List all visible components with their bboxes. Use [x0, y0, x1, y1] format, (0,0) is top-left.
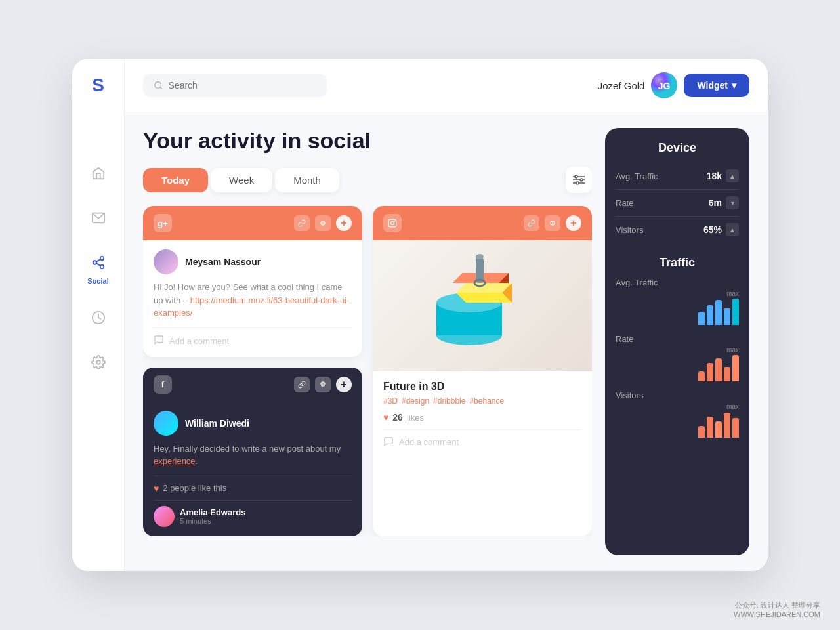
sidebar-item-clock[interactable]: [87, 306, 110, 329]
metric-value-avg-traffic: 18k: [707, 171, 722, 181]
sidebar-item-settings[interactable]: [87, 350, 110, 374]
reply-avatar: [154, 506, 175, 527]
metric-arrow-down[interactable]: ▾: [726, 196, 739, 209]
insta-tags: #3D #design #dribbble #behance: [383, 396, 581, 406]
gear-icon[interactable]: ⚙: [315, 215, 331, 231]
post-name: Meysam Nassour: [185, 257, 261, 267]
fb-link-icon[interactable]: [294, 377, 310, 392]
comment-area: Add a comment: [154, 327, 352, 348]
metric-value-rate: 6m: [709, 198, 722, 208]
sidebar: S: [72, 59, 125, 571]
fb-likes: ♥ 2 people like this: [154, 476, 352, 501]
home-icon[interactable]: [87, 161, 110, 185]
reply-user: Amelia Edwards 5 minutes: [154, 506, 352, 527]
sidebar-logo: S: [92, 75, 104, 96]
search-input[interactable]: [169, 80, 316, 91]
bar: [715, 300, 722, 325]
fb-add-icon[interactable]: +: [336, 377, 352, 392]
traffic-title: Traffic: [616, 256, 739, 270]
link-icon[interactable]: [294, 215, 310, 231]
traffic-row-rate: Rate max: [616, 334, 739, 381]
social-icon[interactable]: [87, 251, 110, 274]
avg-traffic-chart: [698, 299, 739, 325]
insta-likes: ♥ 26 likes: [383, 412, 581, 430]
sidebar-item-home[interactable]: [87, 161, 110, 185]
bar: [724, 413, 730, 438]
metric-visitors-value-wrap: 65% ▲: [704, 223, 739, 236]
sidebar-nav: Social: [87, 161, 110, 555]
device-metrics: Avg. Traffic 18k ▲ Rate 6m ▾: [616, 163, 739, 243]
metric-avg-traffic: Avg. Traffic 18k ▲: [616, 163, 739, 190]
user-name: Jozef Gold: [598, 80, 645, 91]
content-left: Your activity in social Today Week Month: [143, 128, 592, 555]
google-card: g+ ⚙ +: [143, 206, 362, 357]
reply-time: 5 minutes: [180, 517, 245, 525]
likes-label: likes: [407, 413, 424, 423]
fb-heart-icon: ♥: [154, 483, 159, 494]
device-title: Device: [616, 141, 739, 155]
traffic-label-rate: Rate: [616, 334, 739, 344]
metric-arrow-up[interactable]: ▲: [726, 169, 739, 182]
traffic-label-visitors: Visitors: [616, 390, 739, 400]
visitors-chart: [698, 411, 739, 438]
bar: [707, 417, 713, 438]
traffic-label-avg: Avg. Traffic: [616, 278, 739, 287]
metric-rate-value-wrap: 6m ▾: [709, 196, 739, 209]
metric-arrow-visitors-up[interactable]: ▲: [726, 223, 739, 236]
fb-post-avatar: [154, 411, 178, 436]
sidebar-item-social[interactable]: Social: [87, 251, 110, 285]
filter-icon-button[interactable]: [566, 167, 592, 193]
bar: [707, 363, 713, 381]
metric-label-avg-traffic: Avg. Traffic: [616, 171, 658, 181]
search-box[interactable]: [143, 74, 327, 97]
heart-icon: ♥: [383, 412, 388, 423]
tag-behance: #behance: [469, 396, 504, 406]
tab-week[interactable]: Week: [211, 168, 272, 192]
instagram-gear-icon[interactable]: ⚙: [545, 215, 560, 231]
bar: [732, 418, 739, 438]
comment-placeholder: Add a comment: [169, 336, 229, 346]
instagram-link-icon[interactable]: [524, 215, 539, 231]
sidebar-item-mail[interactable]: [87, 206, 110, 230]
svg-point-7: [96, 360, 100, 364]
svg-line-9: [160, 87, 162, 89]
fb-post-text: Hey, Finally decided to write a new post…: [154, 442, 352, 468]
comment-icon: [154, 335, 164, 348]
metric-label-visitors: Visitors: [616, 225, 643, 235]
traffic-row-avg: Avg. Traffic max: [616, 278, 739, 325]
mail-icon[interactable]: [87, 206, 110, 230]
search-icon: [154, 80, 163, 91]
insta-comment: Add a comment: [383, 436, 581, 447]
card-actions: ⚙ +: [294, 215, 352, 231]
svg-line-5: [96, 259, 100, 262]
tab-month[interactable]: Month: [275, 168, 339, 192]
instagram-card: ⚙ +: [373, 206, 592, 536]
clock-icon[interactable]: [87, 306, 110, 329]
insta-image: [373, 240, 592, 371]
fb-gear-icon[interactable]: ⚙: [315, 377, 331, 392]
fb-post-link[interactable]: experience: [154, 456, 196, 466]
main-content: Jozef Gold JG: [125, 59, 768, 571]
add-icon[interactable]: +: [336, 215, 352, 231]
fb-post-user: William Diwedi: [154, 411, 352, 436]
svg-point-16: [580, 178, 583, 181]
bar: [698, 312, 705, 325]
metric-value-wrap: 18k ▲: [707, 169, 739, 182]
max-label-rate: max: [698, 346, 739, 354]
settings-icon[interactable]: [87, 350, 110, 374]
post-user: Meysam Nassour: [154, 249, 352, 274]
tag-dribbble: #dribbble: [433, 396, 465, 406]
metric-rate: Rate 6m ▾: [616, 190, 739, 217]
svg-text:JG: JG: [658, 81, 671, 91]
svg-point-19: [391, 222, 394, 225]
widget-button[interactable]: Widget ▾: [684, 74, 749, 97]
svg-rect-18: [388, 219, 396, 227]
fb-likes-text: 2 people like this: [163, 483, 226, 493]
insta-title: Future in 3D: [383, 381, 581, 392]
user-avatar: JG: [651, 72, 677, 98]
content-area: Your activity in social Today Week Month: [125, 112, 768, 571]
social-label: Social: [87, 277, 108, 285]
tab-today[interactable]: Today: [143, 168, 208, 192]
instagram-add-icon[interactable]: +: [566, 215, 581, 231]
facebook-post: William Diwedi Hey, Finally decided to w…: [143, 402, 362, 536]
